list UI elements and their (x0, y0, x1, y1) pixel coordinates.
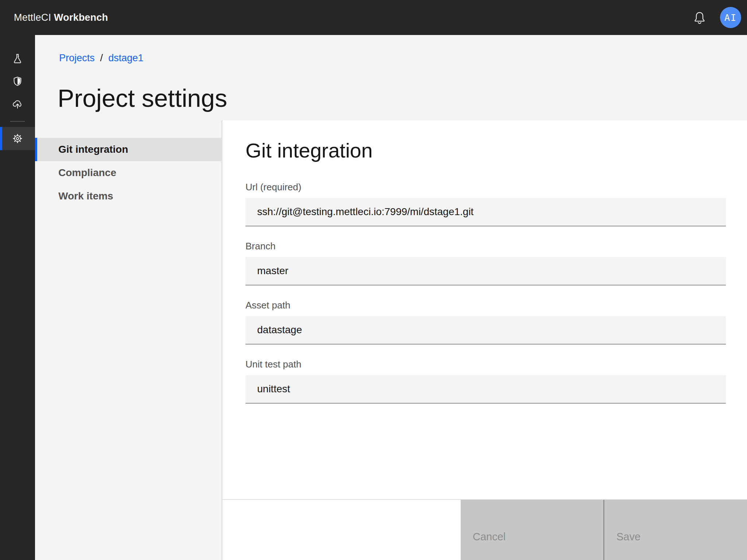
breadcrumb-link-projects[interactable]: Projects (59, 52, 95, 64)
brand-bold: Workbench (54, 12, 108, 23)
sidebar-item-compliance[interactable] (0, 70, 35, 93)
save-button[interactable]: Save (604, 500, 747, 560)
notifications-button[interactable] (689, 7, 711, 28)
cancel-button[interactable]: Cancel (461, 500, 604, 560)
url-field[interactable] (245, 198, 726, 226)
sidebar-divider (10, 121, 25, 122)
header-actions: AI (689, 7, 741, 28)
main-panel: Git integration Url (required) Branch As… (222, 120, 747, 500)
app-sidebar (0, 35, 35, 560)
breadcrumb-separator: / (100, 52, 103, 64)
section-heading: Git integration (245, 120, 747, 162)
sidebar-icon-list (0, 35, 35, 115)
asset-path-field[interactable] (245, 316, 726, 345)
chemistry-flask-icon (12, 53, 23, 64)
avatar[interactable]: AI (720, 7, 741, 28)
page-title: Project settings (58, 84, 227, 112)
unit-test-path-field[interactable] (245, 375, 726, 404)
app-header: MettleCI Workbench AI (0, 0, 747, 35)
nav-item-compliance[interactable]: Compliance (35, 161, 221, 184)
settings-nav: Git integration Compliance Work items (35, 120, 222, 560)
sidebar-item-testing[interactable] (0, 47, 35, 70)
app-root: MettleCI Workbench AI (0, 0, 747, 560)
branch-field[interactable] (245, 257, 726, 285)
unit-test-path-field-label: Unit test path (245, 359, 747, 369)
nav-item-git-integration[interactable]: Git integration (35, 138, 221, 161)
form-footer: Cancel Save (461, 500, 747, 560)
page-header-band: Projects / dstage1 Project settings (35, 35, 747, 120)
breadcrumb-link-dstage1[interactable]: dstage1 (108, 52, 143, 64)
brand: MettleCI Workbench (14, 12, 108, 23)
url-field-label: Url (required) (245, 182, 747, 192)
sidebar-item-deploy[interactable] (0, 93, 35, 115)
breadcrumb: Projects / dstage1 (59, 52, 143, 64)
nav-item-work-items[interactable]: Work items (35, 184, 221, 208)
security-shield-icon (12, 76, 23, 87)
cloud-upload-icon (12, 98, 23, 109)
brand-prefix: MettleCI (14, 12, 54, 23)
avatar-initials: AI (724, 12, 737, 23)
gear-icon (12, 133, 23, 144)
branch-field-label: Branch (245, 241, 747, 251)
sidebar-item-settings[interactable] (0, 127, 35, 150)
asset-path-field-label: Asset path (245, 300, 747, 310)
bell-icon (693, 11, 707, 24)
